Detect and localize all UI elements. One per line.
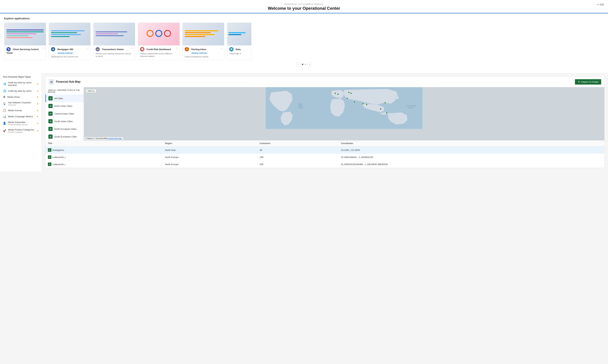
star-alerting[interactable]: ☆ bbox=[220, 47, 223, 50]
app-card-transactions[interactable]: 💳 Transactions Viewer ☆ Review every ban… bbox=[93, 23, 135, 60]
sidebar-item-media-show[interactable]: 🖥 Media Show ★ bbox=[0, 94, 42, 100]
app-card-data[interactable]: 🔄 Data Transf logic a... bbox=[227, 23, 251, 60]
star-media-campaign[interactable]: ★ bbox=[37, 115, 39, 118]
app-name-alerting: Alerting Inbox bbox=[191, 48, 206, 51]
star-mortgages[interactable]: ☆ bbox=[87, 47, 89, 50]
city-icon-central-asian: ⊞ bbox=[48, 112, 53, 116]
sidebar-icon-audit-log-name: 🧊 bbox=[3, 89, 6, 92]
star-audit-log-name-time[interactable]: ★ bbox=[37, 82, 39, 85]
app-icon-client-servicing: 📡 bbox=[6, 47, 11, 51]
app-tag-mortgages: Banking: customer bbox=[57, 52, 73, 54]
star-media-subscriber[interactable]: ★ bbox=[37, 122, 39, 125]
sidebar-item-media-product[interactable]: 🚀 Media Product Categories Product Categ… bbox=[0, 127, 42, 134]
svg-point-12 bbox=[366, 104, 367, 105]
table-row[interactable]: ⊞ Lutterworth_r North Europe 238 52.4560… bbox=[45, 161, 604, 168]
sidebar-item-audit-log-name[interactable]: 🧊 Audit log stats by name ★ bbox=[0, 88, 42, 94]
app-icon-alerting: 🔔 bbox=[185, 47, 189, 51]
map-area: 2000 km bbox=[84, 87, 604, 140]
app-name-credit-risk: Credit Risk Dashboard bbox=[147, 48, 171, 51]
sidebar-label-audit-log-name-time: Audit log stats by name and time bbox=[8, 81, 35, 87]
sidebar-icon-media-survey: 📋 bbox=[3, 109, 6, 112]
improve-map-link[interactable]: Improve this map bbox=[108, 137, 122, 139]
star-client-servicing[interactable]: ☆ bbox=[42, 47, 44, 50]
map-scale: 2000 km bbox=[86, 89, 96, 93]
cell-coordinates: 52.4681548441, -1.1940832126 bbox=[338, 154, 604, 161]
app-card-credit-risk[interactable]: 📈 Credit Risk Dashboard ☆ Analyze opport… bbox=[138, 23, 180, 60]
app-desc-transactions: Review every banking transaction and act… bbox=[95, 52, 133, 58]
star-audit-log-name[interactable]: ★ bbox=[37, 90, 39, 92]
sidebar-label-media-product: Media Product Categories Product Categor… bbox=[8, 129, 35, 133]
table-row[interactable]: ⊞ Guangzhou North Asia 45 23.1291, 113.2… bbox=[45, 146, 604, 154]
financial-hub-panel: ⊞ Financial Hub Map ▼ Inspect on Graph V… bbox=[45, 76, 605, 168]
svg-text:Ocean: Ocean bbox=[298, 107, 303, 109]
city-item-south-european[interactable]: ⊞ South European Cities bbox=[45, 133, 83, 140]
carousel-dot-1[interactable] bbox=[302, 64, 303, 65]
app-name-mortgages: Mortgages 360 bbox=[57, 48, 73, 51]
app-card-alerting[interactable]: 🔔 Alerting Inbox ☆ Banking: credit risk … bbox=[182, 23, 224, 60]
city-name-north-asian: North Asian Cities bbox=[54, 105, 72, 107]
inspect-on-graph-button[interactable]: ▼ Inspect on Graph bbox=[575, 79, 601, 85]
app-icon-credit-risk: 📈 bbox=[140, 47, 144, 51]
cell-customers: 238 bbox=[257, 154, 338, 161]
svg-point-11 bbox=[384, 102, 386, 104]
svg-text:Atlantic: Atlantic bbox=[298, 105, 303, 107]
star-media-show[interactable]: ★ bbox=[37, 95, 39, 98]
app-desc-mortgages: Dashboard for full customer info bbox=[51, 55, 88, 58]
app-name-transactions: Transactions Viewer bbox=[102, 48, 124, 51]
explore-section: Explore applications 📡 Client Servicing … bbox=[0, 13, 608, 73]
row-icon-lutterworth-r: ⊞ bbox=[48, 163, 51, 166]
app-card-client-servicing[interactable]: 📡 Client Servicing Control Tower ☆ bbox=[4, 23, 46, 60]
sidebar-item-ads-network[interactable]: 📡 Ads Network Channels Channels ★ bbox=[0, 100, 42, 107]
app-desc-credit-risk: Analyze opportunities across different f… bbox=[140, 52, 177, 58]
city-icon-south-asian: ⊞ bbox=[48, 119, 53, 123]
sidebar-icon-audit-log-name-time: 🧊 bbox=[3, 82, 6, 86]
map-credit: © Mapbox © OpenStreetMap Improve this ma… bbox=[84, 137, 123, 140]
sidebar-item-audit-log-name-time[interactable]: 🧊 Audit log stats by name and time ★ bbox=[0, 80, 42, 88]
star-credit-risk[interactable]: ☆ bbox=[176, 47, 178, 50]
page-header: RESOURCE LIST EXAMPLE MODULE Welcome to … bbox=[0, 0, 608, 13]
data-table-container: Title Region Customers Coordinates ⊞ Gua… bbox=[45, 140, 604, 168]
sidebar-label-audit-log-name: Audit log stats by name bbox=[8, 90, 35, 92]
carousel-dot-2[interactable] bbox=[305, 64, 306, 65]
city-item-north-asian[interactable]: ⊞ North Asian Cities bbox=[45, 102, 83, 110]
cell-customers: 238 bbox=[257, 161, 338, 168]
svg-point-8 bbox=[335, 92, 336, 94]
table-row[interactable]: ⊞ Lutterworth_t North Europe 238 52.4681… bbox=[45, 154, 604, 161]
panel-title: Financial Hub Map bbox=[56, 80, 81, 83]
row-icon-guangzhou: ⊞ bbox=[48, 148, 51, 152]
page-title: Welcome to your Operational Center bbox=[3, 6, 605, 11]
sidebar-item-media-campaign[interactable]: 📊 Media Campaign Metrics ★ bbox=[0, 114, 42, 119]
sidebar-icon-media-campaign: 📊 bbox=[3, 115, 6, 118]
sidebar-item-media-survey[interactable]: 📋 Media Survey ★ bbox=[0, 107, 42, 114]
city-icon-south-european: ⊞ bbox=[48, 134, 53, 139]
map-container: VIEW ALL PARTNER CITIES IN THE REGION ⊞ … bbox=[45, 87, 604, 140]
city-icon-north-asian: ⊞ bbox=[48, 104, 53, 108]
app-card-mortgages[interactable]: 🏠 Mortgages 360 ☆ Banking: customer Dash… bbox=[49, 23, 91, 60]
sidebar-icon-media-product: 🚀 bbox=[3, 129, 6, 132]
city-item-south-asian[interactable]: ⊞ South Asian Cities bbox=[45, 117, 83, 125]
city-item-all[interactable]: ⊞ All Cities bbox=[45, 94, 83, 102]
svg-point-9 bbox=[337, 93, 339, 95]
main-layout: Your Favourite Object Types 🧊 Audit log … bbox=[0, 73, 608, 171]
city-item-central-asian[interactable]: ⊞ Central Asian Cities bbox=[45, 110, 83, 117]
edit-button[interactable]: ✏ Edit bbox=[597, 3, 604, 6]
star-ads-network[interactable]: ★ bbox=[37, 102, 39, 105]
city-icon-all: ⊞ bbox=[48, 96, 53, 100]
carousel-next[interactable]: › bbox=[308, 62, 312, 67]
svg-point-10 bbox=[346, 98, 348, 99]
city-name-south-asian: South Asian Cities bbox=[54, 120, 73, 123]
carousel-prev[interactable]: ‹ bbox=[296, 62, 300, 67]
star-transactions[interactable]: ☆ bbox=[131, 47, 134, 50]
cell-region: North Europe bbox=[163, 154, 257, 161]
sidebar: Your Favourite Object Types 🧊 Audit log … bbox=[0, 73, 42, 171]
sidebar-item-media-subscriber[interactable]: 👤 Media Subscriber Persona builder perso… bbox=[0, 119, 42, 127]
star-media-survey[interactable]: ★ bbox=[37, 109, 39, 112]
app-desc-alerting: Inspect troublesome activity bbox=[185, 55, 222, 58]
star-media-product[interactable]: ★ bbox=[37, 130, 39, 132]
city-item-north-european[interactable]: ⊞ North European Cities bbox=[45, 125, 83, 133]
content-panel: ⊞ Financial Hub Map ▼ Inspect on Graph V… bbox=[42, 73, 608, 171]
module-label: RESOURCE LIST EXAMPLE MODULE bbox=[3, 3, 605, 5]
world-map-svg: North Atlantic Ocean North Pacific Ocean bbox=[84, 87, 604, 129]
sidebar-label-media-subscriber: Media Subscriber Persona builder person bbox=[8, 121, 35, 126]
edit-icon: ✏ bbox=[597, 3, 599, 6]
